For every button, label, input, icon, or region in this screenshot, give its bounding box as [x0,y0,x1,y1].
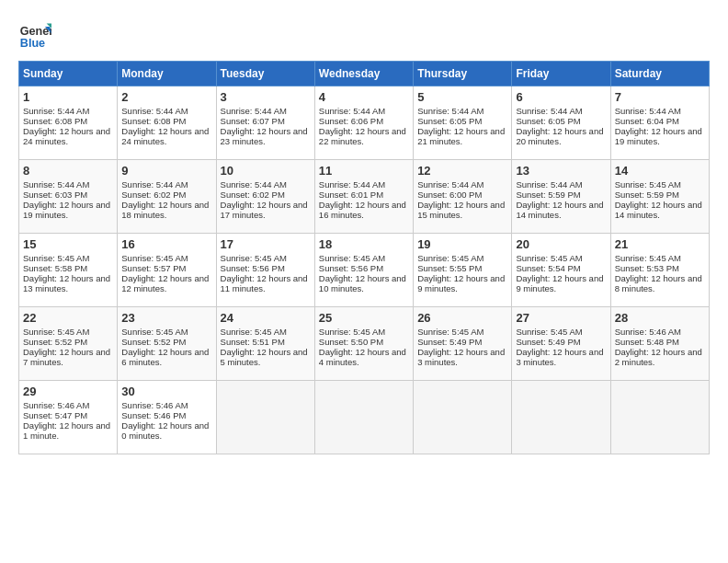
day-number: 7 [615,90,705,104]
daylight-text: Daylight: 12 hours and 13 minutes. [23,273,110,293]
sunrise-text: Sunrise: 5:44 AM [516,106,582,116]
daylight-text: Daylight: 12 hours and 19 minutes. [23,200,110,220]
day-number: 10 [221,164,311,178]
sunrise-text: Sunrise: 5:44 AM [516,179,582,190]
day-cell: 20Sunrise: 5:45 AMSunset: 5:54 PMDayligh… [512,234,610,307]
sunset-text: Sunset: 6:08 PM [121,116,186,126]
daylight-text: Daylight: 12 hours and 8 minutes. [615,273,702,293]
daylight-text: Daylight: 12 hours and 23 minutes. [221,126,308,146]
day-cell: 13Sunrise: 5:44 AMSunset: 5:59 PMDayligh… [512,160,610,234]
daylight-text: Daylight: 12 hours and 3 minutes. [417,347,505,367]
sunset-text: Sunset: 6:06 PM [319,116,383,126]
sunset-text: Sunset: 5:49 PM [516,337,580,347]
day-cell: 22Sunrise: 5:45 AMSunset: 5:52 PMDayligh… [19,307,118,381]
sunset-text: Sunset: 6:05 PM [516,116,580,126]
daylight-text: Daylight: 12 hours and 4 minutes. [319,347,406,367]
day-cell: 15Sunrise: 5:45 AMSunset: 5:58 PMDayligh… [19,234,118,307]
calendar-table: SundayMondayTuesdayWednesdayThursdayFrid… [18,61,710,454]
logo-icon: General Blue [18,18,51,52]
sunset-text: Sunset: 5:55 PM [417,263,482,273]
day-number: 5 [417,90,507,104]
daylight-text: Daylight: 12 hours and 1 minute. [23,420,110,441]
sunset-text: Sunset: 5:49 PM [417,337,482,347]
day-number: 13 [516,164,606,178]
header-friday: Friday [512,62,610,86]
sunrise-text: Sunrise: 5:44 AM [615,106,681,116]
daylight-text: Daylight: 12 hours and 16 minutes. [319,200,406,220]
sunset-text: Sunset: 5:59 PM [516,190,580,200]
day-cell [512,381,610,454]
sunset-text: Sunset: 6:01 PM [319,190,383,200]
sunset-text: Sunset: 6:00 PM [417,190,482,200]
sunrise-text: Sunrise: 5:44 AM [221,106,287,116]
sunset-text: Sunset: 5:56 PM [221,263,285,273]
sunset-text: Sunset: 5:53 PM [615,263,679,273]
day-cell: 10Sunrise: 5:44 AMSunset: 6:02 PMDayligh… [216,160,314,234]
calendar-body: 1Sunrise: 5:44 AMSunset: 6:08 PMDaylight… [19,86,710,454]
day-number: 27 [516,311,606,325]
daylight-text: Daylight: 12 hours and 0 minutes. [121,420,209,441]
sunrise-text: Sunrise: 5:45 AM [516,327,582,337]
day-number: 29 [23,385,113,398]
sunrise-text: Sunrise: 5:44 AM [417,179,483,190]
sunset-text: Sunset: 5:56 PM [319,263,383,273]
daylight-text: Daylight: 12 hours and 21 minutes. [417,126,505,146]
sunrise-text: Sunrise: 5:45 AM [319,327,385,337]
calendar-header-row: SundayMondayTuesdayWednesdayThursdayFrid… [19,62,710,86]
header-saturday: Saturday [610,62,709,86]
sunrise-text: Sunrise: 5:44 AM [319,179,385,190]
daylight-text: Daylight: 12 hours and 24 minutes. [23,126,110,146]
sunrise-text: Sunrise: 5:45 AM [417,253,483,263]
daylight-text: Daylight: 12 hours and 20 minutes. [516,126,603,146]
daylight-text: Daylight: 12 hours and 2 minutes. [615,347,702,367]
header-sunday: Sunday [19,62,118,86]
day-cell: 6Sunrise: 5:44 AMSunset: 6:05 PMDaylight… [512,86,610,160]
day-number: 28 [615,311,705,325]
day-cell: 29Sunrise: 5:46 AMSunset: 5:47 PMDayligh… [19,381,118,454]
day-cell: 19Sunrise: 5:45 AMSunset: 5:55 PMDayligh… [414,234,512,307]
page-header: General Blue [18,18,710,52]
day-cell: 14Sunrise: 5:45 AMSunset: 5:59 PMDayligh… [610,160,709,234]
daylight-text: Daylight: 12 hours and 6 minutes. [121,347,209,367]
sunset-text: Sunset: 6:07 PM [221,116,285,126]
day-number: 8 [23,164,113,178]
daylight-text: Daylight: 12 hours and 22 minutes. [319,126,406,146]
day-cell [216,381,314,454]
day-number: 23 [121,311,211,325]
header-monday: Monday [118,62,216,86]
sunset-text: Sunset: 6:04 PM [615,116,679,126]
day-number: 30 [121,385,211,398]
day-number: 9 [121,164,211,178]
daylight-text: Daylight: 12 hours and 11 minutes. [221,273,308,293]
day-cell: 28Sunrise: 5:46 AMSunset: 5:48 PMDayligh… [610,307,709,381]
day-cell: 27Sunrise: 5:45 AMSunset: 5:49 PMDayligh… [512,307,610,381]
day-number: 16 [121,237,211,251]
day-number: 22 [23,311,113,325]
daylight-text: Daylight: 12 hours and 24 minutes. [121,126,209,146]
sunrise-text: Sunrise: 5:44 AM [23,106,89,116]
day-cell: 21Sunrise: 5:45 AMSunset: 5:53 PMDayligh… [610,234,709,307]
daylight-text: Daylight: 12 hours and 10 minutes. [319,273,406,293]
sunset-text: Sunset: 6:08 PM [23,116,87,126]
daylight-text: Daylight: 12 hours and 15 minutes. [417,200,505,220]
day-number: 17 [221,237,311,251]
day-number: 4 [319,90,409,104]
sunrise-text: Sunrise: 5:46 AM [23,400,89,410]
day-number: 2 [121,90,211,104]
header-wednesday: Wednesday [314,62,413,86]
day-number: 6 [516,90,606,104]
sunrise-text: Sunrise: 5:45 AM [615,179,681,190]
day-number: 21 [615,237,705,251]
day-cell: 2Sunrise: 5:44 AMSunset: 6:08 PMDaylight… [118,86,216,160]
daylight-text: Daylight: 12 hours and 14 minutes. [516,200,603,220]
day-cell: 8Sunrise: 5:44 AMSunset: 6:03 PMDaylight… [19,160,118,234]
daylight-text: Daylight: 12 hours and 9 minutes. [516,273,603,293]
day-cell: 7Sunrise: 5:44 AMSunset: 6:04 PMDaylight… [610,86,709,160]
sunset-text: Sunset: 5:54 PM [516,263,580,273]
sunrise-text: Sunrise: 5:45 AM [23,253,89,263]
sunrise-text: Sunrise: 5:45 AM [23,327,89,337]
day-cell: 23Sunrise: 5:45 AMSunset: 5:52 PMDayligh… [118,307,216,381]
daylight-text: Daylight: 12 hours and 5 minutes. [221,347,308,367]
svg-text:Blue: Blue [20,37,45,50]
sunset-text: Sunset: 5:46 PM [121,410,186,420]
